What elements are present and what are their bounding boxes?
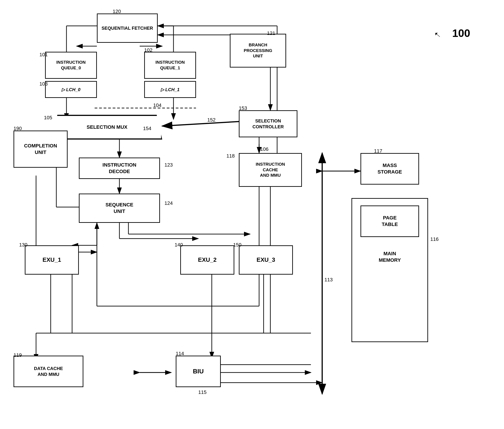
ref-118: 118 <box>226 153 235 159</box>
ref-119: 119 <box>14 352 22 358</box>
ref-121: 121 <box>267 30 275 36</box>
selection-controller-box: SELECTIONCONTROLLER <box>239 110 297 137</box>
sequence-unit-box: SEQUENCEUNIT <box>79 193 160 223</box>
ref-105: 105 <box>44 115 52 121</box>
exu-3-box: EXU_3 <box>239 245 293 275</box>
lch-0-box: ▷ LCH_0 <box>45 81 97 98</box>
mass-storage-box: MASSSTORAGE <box>360 153 419 184</box>
instruction-queue-1-box: INSTRUCTIONQUEUE_1 <box>144 52 196 79</box>
ref-120: 120 <box>113 9 121 14</box>
ref-154: 154 <box>143 126 151 131</box>
ref-114: 114 <box>176 351 184 357</box>
main-ref-100: 100 <box>452 27 470 39</box>
lch-1-box: ▷ LCH_1 <box>144 81 196 98</box>
ref-115: 115 <box>198 389 207 395</box>
ref-153: 153 <box>239 105 247 111</box>
ref-100-arrow: ➝ <box>432 29 443 41</box>
ref-150: 150 <box>233 242 242 248</box>
svg-line-16 <box>162 122 239 126</box>
ref-104: 104 <box>153 102 162 108</box>
page-table-box: PAGETABLE <box>360 205 419 237</box>
branch-processing-unit-box: BRANCHPROCESSINGUNIT <box>230 34 286 68</box>
ref-102: 102 <box>144 47 153 53</box>
instruction-decode-box: INSTRUCTIONDECODE <box>79 158 160 179</box>
ref-103: 103 <box>39 81 48 87</box>
main-memory-label: MAINMEMORY <box>379 251 401 263</box>
exu-1-box: EXU_1 <box>25 245 79 275</box>
ref-130: 130 <box>19 242 27 248</box>
biu-box: BIU <box>176 356 221 387</box>
completion-unit-box: COMPLETIONUNIT <box>14 131 68 168</box>
ref-106: 106 <box>260 146 269 152</box>
ref-124: 124 <box>164 200 173 206</box>
instruction-queue-0-box: INSTRUCTIONQUEUE_0 <box>45 52 97 79</box>
ref-190: 190 <box>14 126 22 131</box>
diagram-container: 100 ➝ SEQUENTIAL FETCHER 120 INSTRUCTION… <box>0 0 504 429</box>
ref-101: 101 <box>39 52 48 58</box>
exu-2-box: EXU_2 <box>180 245 234 275</box>
ref-117: 117 <box>374 148 382 154</box>
instruction-cache-mmu-box: INSTRUCTIONCACHEAND MMU <box>239 153 302 187</box>
sequential-fetcher-box: SEQUENTIAL FETCHER <box>97 14 158 43</box>
ref-123: 123 <box>164 162 173 168</box>
ref-140: 140 <box>175 242 183 248</box>
page-table-main-memory-outer-box: PAGETABLE MAINMEMORY <box>351 198 428 342</box>
data-cache-mmu-box: DATA CACHEAND MMU <box>14 356 83 387</box>
ref-152: 152 <box>207 117 216 123</box>
ref-113: 113 <box>324 277 333 283</box>
ref-116: 116 <box>430 236 439 242</box>
